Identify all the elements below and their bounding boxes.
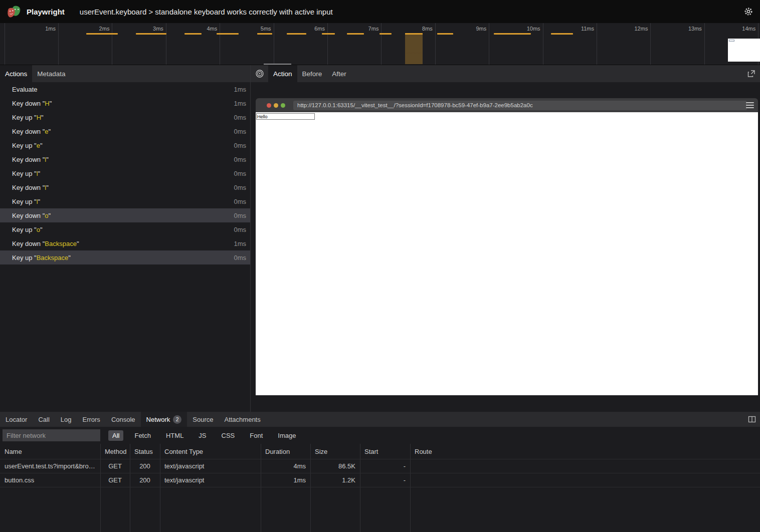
- tab-call[interactable]: Call: [33, 412, 55, 427]
- tab-locator[interactable]: Locator: [0, 412, 33, 427]
- column-header-duration[interactable]: Duration: [261, 444, 310, 459]
- column-divider[interactable]: [100, 444, 101, 532]
- open-external-icon[interactable]: [747, 69, 756, 78]
- column-divider[interactable]: [130, 444, 130, 532]
- pick-locator-target-icon[interactable]: [251, 65, 268, 82]
- filter-chip-fetch[interactable]: Fetch: [130, 430, 155, 441]
- action-list-item[interactable]: Key down "o"0ms: [0, 208, 250, 222]
- timeline-gridline: [489, 23, 489, 65]
- tab-metadata[interactable]: Metadata: [32, 65, 70, 82]
- cell-duration: 4ms: [261, 459, 310, 473]
- network-filter-input[interactable]: [3, 429, 100, 441]
- action-list-item[interactable]: Key up "l"0ms: [0, 194, 250, 208]
- tab-attachments[interactable]: Attachments: [219, 412, 266, 427]
- column-header-status[interactable]: Status: [130, 444, 160, 459]
- cell-duration: 1ms: [261, 473, 310, 487]
- network-table: NameMethodStatusContent TypeDurationSize…: [0, 444, 760, 532]
- column-header-content-type[interactable]: Content Type: [160, 444, 261, 459]
- quote: ": [77, 240, 79, 247]
- action-duration: 0ms: [234, 254, 246, 261]
- tab-console[interactable]: Console: [106, 412, 141, 427]
- column-divider[interactable]: [410, 444, 411, 532]
- action-list-item[interactable]: Key up "H"0ms: [0, 110, 250, 124]
- timeline-gridline: [112, 23, 112, 65]
- timeline-tick-label: 13ms: [672, 26, 702, 32]
- cell-name: button.css: [0, 473, 100, 487]
- tab-network[interactable]: Network2: [141, 412, 187, 427]
- filter-chip-image[interactable]: Image: [274, 430, 300, 441]
- action-duration: 0ms: [234, 156, 246, 163]
- timeline-gridline: [381, 23, 382, 65]
- action-duration: 0ms: [234, 212, 246, 219]
- snapshot-text-input[interactable]: [256, 113, 315, 120]
- column-divider[interactable]: [360, 444, 360, 532]
- toggle-columns-icon[interactable]: [748, 415, 756, 423]
- timeline-tick-label: 3ms: [133, 26, 163, 32]
- action-list-item[interactable]: Key down "H"1ms: [0, 96, 250, 110]
- network-request-row[interactable]: userEvent.test.ts?import&bro…GET200text/…: [0, 459, 760, 473]
- action-list-item[interactable]: Key up "e"0ms: [0, 138, 250, 152]
- timeline-tick-label: 9ms: [456, 26, 486, 32]
- action-duration: 0ms: [234, 226, 246, 233]
- action-list-item[interactable]: Evaluate1ms: [0, 82, 250, 96]
- column-header-method[interactable]: Method: [100, 444, 130, 459]
- network-request-row[interactable]: button.cssGET200text/javascript1ms1.2K-: [0, 473, 760, 487]
- filter-chip-all[interactable]: All: [108, 430, 123, 441]
- action-duration: 1ms: [234, 86, 246, 93]
- column-divider[interactable]: [160, 444, 160, 532]
- tab-label: Source: [193, 416, 213, 423]
- settings-gear-icon[interactable]: [743, 6, 754, 17]
- action-duration: 0ms: [234, 170, 246, 177]
- timeline-tick-label: 7ms: [348, 26, 378, 32]
- tab-after[interactable]: After: [327, 65, 351, 82]
- action-duration: 1ms: [234, 100, 246, 107]
- timeline-gridline: [58, 23, 59, 65]
- timeline-tick-label: 6ms: [295, 26, 325, 32]
- trace-title: userEvent.keyboard > standalone keyboard…: [80, 8, 333, 16]
- timeline-action-marker: [437, 33, 453, 35]
- tab-action[interactable]: Action: [268, 65, 297, 82]
- action-label: Key down ": [12, 128, 45, 135]
- timeline-ruler[interactable]: 1ms2ms3ms4ms5ms6ms7ms8ms9ms10ms11ms12ms1…: [0, 23, 760, 65]
- column-divider[interactable]: [310, 444, 311, 532]
- filter-chip-css[interactable]: CSS: [218, 430, 239, 441]
- cell-size: 86.5K: [310, 459, 360, 473]
- tab-log[interactable]: Log: [55, 412, 77, 427]
- cell-content-type: text/javascript: [160, 459, 261, 473]
- action-list-item[interactable]: Key down "Backspace"1ms: [0, 236, 250, 250]
- column-header-size[interactable]: Size: [310, 444, 360, 459]
- tab-errors[interactable]: Errors: [77, 412, 105, 427]
- action-label: Key down ": [12, 212, 45, 219]
- action-list-item[interactable]: Key down "l"0ms: [0, 152, 250, 166]
- action-list-item[interactable]: Key up "l"0ms: [0, 166, 250, 180]
- filter-chip-html[interactable]: HTML: [162, 430, 187, 441]
- tab-before[interactable]: Before: [297, 65, 327, 82]
- action-list-item[interactable]: Key down "l"0ms: [0, 180, 250, 194]
- column-header-route[interactable]: Route: [410, 444, 760, 459]
- action-list-item[interactable]: Key up "o"0ms: [0, 222, 250, 236]
- timeline-tick-label: 12ms: [618, 26, 648, 32]
- thumbnail-input-mark: [729, 40, 734, 42]
- quote: ": [49, 128, 51, 135]
- tab-label: Errors: [82, 416, 100, 423]
- details-panel: LocatorCallLogErrorsConsoleNetwork2Sourc…: [0, 412, 760, 532]
- timeline-gridline: [435, 23, 436, 65]
- filter-chip-font[interactable]: Font: [246, 430, 267, 441]
- tab-label: Log: [61, 416, 72, 423]
- filter-chip-js[interactable]: JS: [195, 430, 210, 441]
- actions-tab-bar: ActionsMetadata: [0, 65, 250, 82]
- column-divider[interactable]: [261, 444, 261, 532]
- tab-label: Attachments: [224, 416, 260, 423]
- column-header-name[interactable]: Name: [0, 444, 100, 459]
- header-bar: Playwright userEvent.keyboard > standalo…: [0, 0, 760, 23]
- traffic-light-green-icon: [281, 103, 285, 108]
- action-list-item[interactable]: Key down "e"0ms: [0, 124, 250, 138]
- tab-source[interactable]: Source: [187, 412, 219, 427]
- column-header-start[interactable]: Start: [360, 444, 410, 459]
- timeline-gridline: [704, 23, 705, 65]
- action-list-item[interactable]: Key up "Backspace"0ms: [0, 250, 250, 264]
- action-duration: 0ms: [234, 184, 246, 191]
- traffic-light-red-icon: [267, 103, 271, 108]
- cell-start: -: [360, 459, 410, 473]
- tab-actions[interactable]: Actions: [0, 65, 32, 82]
